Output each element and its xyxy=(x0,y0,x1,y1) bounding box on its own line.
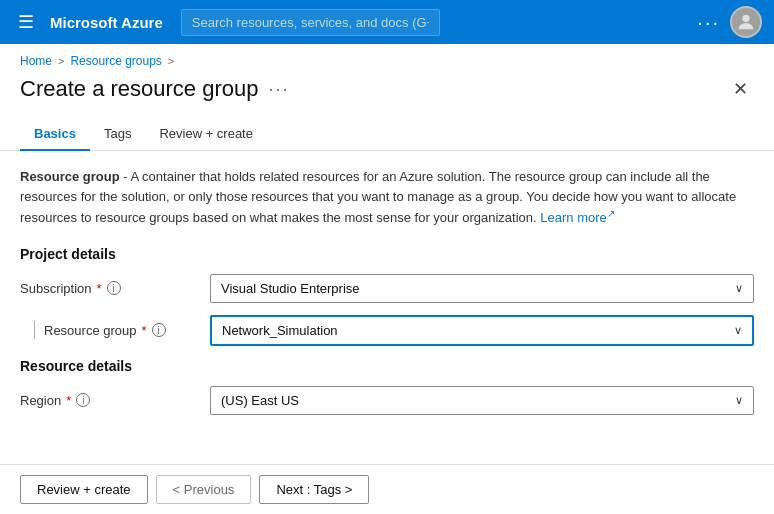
review-create-button[interactable]: Review + create xyxy=(20,475,148,504)
close-button[interactable]: ✕ xyxy=(727,76,754,102)
subscription-info-icon[interactable]: i xyxy=(107,281,121,295)
app-title: Microsoft Azure xyxy=(50,14,163,31)
learn-more-label: Learn more xyxy=(540,210,606,225)
breadcrumb-resource-groups[interactable]: Resource groups xyxy=(70,54,161,68)
form-body: Resource group - A container that holds … xyxy=(0,151,774,464)
breadcrumb: Home > Resource groups > xyxy=(0,44,774,72)
breadcrumb-home[interactable]: Home xyxy=(20,54,52,68)
description-bold: Resource group xyxy=(20,169,120,184)
nav-more-icon[interactable]: ··· xyxy=(697,11,720,34)
breadcrumb-sep2: > xyxy=(168,55,174,67)
description-main: - A container that holds related resourc… xyxy=(20,169,736,225)
region-control: (US) East US ∨ xyxy=(210,386,754,415)
title-row: Create a resource group ··· xyxy=(20,76,289,102)
search-input[interactable] xyxy=(181,9,440,36)
project-details-title: Project details xyxy=(20,246,754,262)
top-nav: ☰ Microsoft Azure ··· xyxy=(0,0,774,44)
avatar-icon xyxy=(735,11,757,33)
rg-indent-line xyxy=(34,321,35,339)
subscription-row: Subscription * i Visual Studio Enterpris… xyxy=(20,274,754,303)
subscription-value: Visual Studio Enterprise xyxy=(221,281,360,296)
rg-required: * xyxy=(142,323,147,338)
region-label-col: Region * i xyxy=(20,393,200,408)
rg-chevron-icon: ∨ xyxy=(734,324,742,337)
page-title: Create a resource group xyxy=(20,76,258,102)
subscription-label-col: Subscription * i xyxy=(20,281,200,296)
resource-details-title: Resource details xyxy=(20,358,754,374)
region-chevron-icon: ∨ xyxy=(735,394,743,407)
region-dropdown[interactable]: (US) East US ∨ xyxy=(210,386,754,415)
description-text: Resource group - A container that holds … xyxy=(20,167,754,228)
user-avatar[interactable] xyxy=(730,6,762,38)
rg-label: Resource group xyxy=(44,323,137,338)
tab-tags[interactable]: Tags xyxy=(90,118,145,151)
region-info-icon[interactable]: i xyxy=(76,393,90,407)
rg-control: Network_Simulation ∨ xyxy=(210,315,754,346)
tab-basics[interactable]: Basics xyxy=(20,118,90,151)
resource-group-row: Resource group * i Network_Simulation ∨ xyxy=(20,315,754,346)
resource-group-dropdown[interactable]: Network_Simulation ∨ xyxy=(210,315,754,346)
subscription-chevron-icon: ∨ xyxy=(735,282,743,295)
tab-review-create[interactable]: Review + create xyxy=(145,118,267,151)
subscription-label: Subscription xyxy=(20,281,92,296)
subscription-dropdown[interactable]: Visual Studio Enterprise ∨ xyxy=(210,274,754,303)
resource-details-section: Resource details Region * i (US) East US… xyxy=(20,358,754,415)
page-header: Create a resource group ··· ✕ xyxy=(0,72,774,102)
footer: Review + create < Previous Next : Tags > xyxy=(0,464,774,514)
rg-info-icon[interactable]: i xyxy=(152,323,166,337)
project-details-section: Project details Subscription * i Visual … xyxy=(20,246,754,346)
page-menu-icon[interactable]: ··· xyxy=(268,79,289,100)
region-value: (US) East US xyxy=(221,393,299,408)
svg-point-0 xyxy=(742,15,749,22)
next-button[interactable]: Next : Tags > xyxy=(259,475,369,504)
learn-more-link[interactable]: Learn more↗ xyxy=(540,210,614,225)
hamburger-icon[interactable]: ☰ xyxy=(12,7,40,37)
tab-bar: Basics Tags Review + create xyxy=(0,106,774,151)
rg-label-col: Resource group * i xyxy=(20,321,200,339)
region-label: Region xyxy=(20,393,61,408)
previous-button[interactable]: < Previous xyxy=(156,475,252,504)
external-link-icon: ↗ xyxy=(607,208,615,219)
region-row: Region * i (US) East US ∨ xyxy=(20,386,754,415)
main-content: Home > Resource groups > Create a resour… xyxy=(0,44,774,514)
subscription-control: Visual Studio Enterprise ∨ xyxy=(210,274,754,303)
region-required: * xyxy=(66,393,71,408)
breadcrumb-sep1: > xyxy=(58,55,64,67)
subscription-required: * xyxy=(97,281,102,296)
rg-value: Network_Simulation xyxy=(222,323,338,338)
